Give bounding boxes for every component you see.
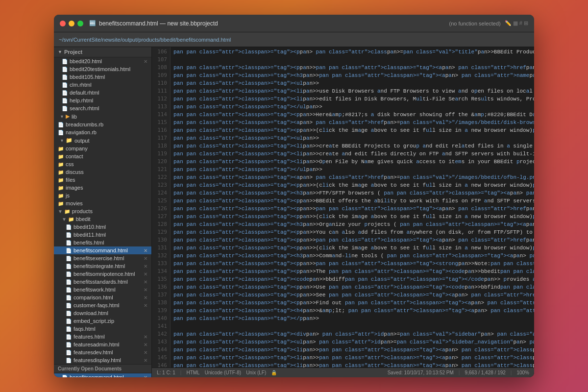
zoom-level[interactable]: 100% — [516, 370, 529, 375]
close-icon[interactable]: ✕ — [144, 342, 147, 347]
sidebar-item-css[interactable]: 📁 css — [54, 160, 151, 168]
statusbar-right: Saved: 10/10/17, 10:13:52 PM | 9,663 / 1… — [388, 370, 529, 375]
sidebar-item-benefitscommand[interactable]: 📄 benefitscommand.html ✕ — [54, 246, 151, 254]
statusbar: L: 1 C: 1 | HTML Unicode (UTF-8) Unix (L… — [152, 368, 534, 377]
code-line: pan pan class="attr">classpan>="tag"><li… — [173, 87, 534, 95]
sidebar-item-discuss[interactable]: 📁 discuss — [54, 168, 151, 176]
item-label: benefitscommand.html — [70, 374, 124, 377]
sidebar-item-featuresdisplay[interactable]: 📄 featuresdisplay.html ✕ — [54, 356, 151, 364]
window-title: benefitscommand.html — new site.bbprojec… — [99, 20, 218, 27]
close-icon[interactable]: ✕ — [144, 279, 147, 285]
close-icon[interactable]: ✕ — [144, 334, 147, 340]
sidebar-item-help[interactable]: 📄 help.rhtml — [54, 97, 151, 104]
item-label: bbedit10.html — [74, 224, 106, 230]
sidebar-item-faqs[interactable]: 📄 faqs.html — [54, 325, 151, 333]
code-line: pan pan class="attr">classpan>="tag"><h3… — [173, 189, 534, 197]
sidebar-item-bbedit20t[interactable]: 📄 bbedit20testimonials.html — [54, 65, 151, 73]
file-icon: 📄 — [66, 224, 72, 230]
folder-icon: 📁 — [58, 177, 64, 183]
close-icon[interactable]: ✕ — [144, 264, 147, 269]
file-icon: 📄 — [66, 287, 72, 293]
sidebar-folder-lib[interactable]: ▼ ▶ lib — [54, 112, 151, 121]
close-icon[interactable]: ✕ — [144, 256, 147, 261]
close-icon[interactable]: ✕ — [144, 303, 147, 308]
sidebar-item-download[interactable]: 📄 download.html — [54, 309, 151, 317]
folder-icon: 📁 — [58, 146, 64, 151]
code-line: pan pan class="attr">classpan>="tag"><pp… — [173, 181, 534, 189]
close-icon[interactable]: ✕ — [144, 248, 147, 253]
sidebar-item-bbedit11[interactable]: 📄 bbedit11.html — [54, 231, 151, 239]
code-line: pan pan class="attr">classpan>="tag"><ap… — [173, 173, 534, 181]
sidebar-item-benefitsstandards[interactable]: 📄 benefitsstandards.html ✕ — [54, 278, 151, 286]
language-indicator[interactable]: HTML — [186, 370, 199, 375]
item-label: benefitsexercise.html — [74, 255, 124, 261]
code-line: pan pan class="attr">classpan>="tag"></u… — [173, 103, 534, 111]
close-icon[interactable]: ✕ — [144, 295, 147, 300]
sidebar-item-images[interactable]: 📁 images — [54, 184, 151, 192]
sidebar-item-customerfaqs[interactable]: 📄 customer-faqs.html ✕ — [54, 301, 151, 309]
sidebar-item-contact[interactable]: 📁 contact — [54, 152, 151, 160]
close-icon[interactable]: ✕ — [144, 59, 147, 64]
file-icon: 📄 — [66, 311, 72, 316]
item-label: navigation.rb — [66, 129, 97, 135]
sidebar-item-benefitswork[interactable]: 📄 benefitswork.html ✕ — [54, 286, 151, 294]
project-section-header[interactable]: ▼ Project — [54, 47, 151, 57]
minimize-button[interactable] — [69, 21, 74, 26]
line-endings-indicator[interactable]: Unix (LF) — [246, 370, 266, 375]
item-label: bbedit — [76, 216, 91, 222]
item-label: featuresdisplay.html — [74, 357, 121, 363]
sidebar-item-products[interactable]: ▼ 📁 products — [54, 207, 151, 215]
item-label: search.rhtml — [70, 105, 99, 111]
function-selector[interactable]: (no function selected) — [449, 21, 501, 26]
sidebar-item-search[interactable]: 📄 search.rhtml — [54, 104, 151, 112]
code-line: pan pan class="attr">classpan>="tag"><li… — [173, 354, 534, 362]
code-line: pan pan class="attr">classpan>="tag"><pp… — [173, 260, 534, 268]
close-icon[interactable]: ✕ — [144, 271, 147, 277]
titlebar-right: (no function selected) ✏️ ▦ # ⊞ — [449, 20, 528, 26]
sidebar-item-navigation[interactable]: 📄 navigation.rb — [54, 128, 151, 136]
item-label: features.html — [74, 334, 105, 340]
file-path: ~/svn/CurrentSite/newsite/output/product… — [59, 37, 529, 43]
item-label: js — [66, 193, 70, 198]
sidebar-item-benefits[interactable]: 📄 benefits.html — [54, 239, 151, 246]
sidebar-folder-output[interactable]: ▼ 📁 output — [54, 136, 151, 145]
sidebar-item-bbedit105[interactable]: 📄 bbedit105.html — [54, 73, 151, 81]
sidebar-item-benefitsintegrate[interactable]: 📄 benefitsintegrate.html ✕ — [54, 262, 151, 270]
item-label: benefitsstandards.html — [74, 279, 128, 285]
sidebar-item-bbedit10[interactable]: 📄 bbedit10.html — [54, 223, 151, 231]
sidebar-open-benefitscommand[interactable]: 📄 benefitscommand.html ✕ — [54, 373, 151, 377]
close-button[interactable] — [60, 21, 66, 26]
sidebar-item-company[interactable]: 📁 company — [54, 145, 151, 152]
close-icon[interactable]: ✕ — [144, 350, 147, 355]
close-icon[interactable]: ✕ — [144, 358, 147, 363]
file-icon: 📄 — [66, 358, 72, 363]
sidebar-item-embedscript[interactable]: 📄 embed_script.zip — [54, 317, 151, 325]
sidebar-item-movies[interactable]: 📁 movies — [54, 199, 151, 207]
close-icon[interactable]: ✕ — [144, 287, 147, 293]
sidebar-item-featuresadmin[interactable]: 📄 featuresadmin.html ✕ — [54, 341, 151, 348]
sidebar-item-features[interactable]: 📄 features.html ✕ — [54, 333, 151, 341]
sidebar-item-clm[interactable]: 📄 clm.rhtml — [54, 81, 151, 89]
item-label: discuss — [66, 169, 84, 175]
sidebar-item-js[interactable]: 📁 js — [54, 192, 151, 199]
file-icon: 📄 — [66, 318, 72, 324]
sidebar-item-default[interactable]: 📄 default.rhtml — [54, 89, 151, 97]
sidebar-item-files[interactable]: 📁 files — [54, 176, 151, 184]
fullscreen-button[interactable] — [77, 21, 83, 26]
folder-icon: ▼ 📁 — [58, 209, 70, 214]
sidebar-item-breadcrumbs[interactable]: 📄 breadcrumbs.rb — [54, 121, 151, 128]
item-label: download.html — [74, 310, 108, 316]
sidebar-item-benefitsexercise[interactable]: 📄 benefitsexercise.html ✕ — [54, 254, 151, 262]
sidebar-item-bbedit-folder[interactable]: ▼ 📁 bbedit — [54, 215, 151, 223]
folder-icon: 📁 — [66, 137, 73, 144]
file-icon: 📄 — [66, 303, 72, 308]
folder-icon: 📁 — [58, 185, 64, 191]
sidebar-item-bbedit20[interactable]: 📄 bbedit20.html ✕ — [54, 57, 151, 65]
sidebar-item-featuresdev[interactable]: 📄 featuresdev.html ✕ — [54, 348, 151, 356]
code-view[interactable]: pan pan class="attr">classpan>="tag"><pp… — [171, 47, 534, 368]
sidebar-item-benefitsomnipotence[interactable]: 📄 benefitsomnipotence.html ✕ — [54, 270, 151, 278]
encoding-indicator[interactable]: Unicode (UTF-8) — [205, 370, 241, 375]
item-label: faqs.html — [74, 326, 96, 332]
sidebar-item-comparison[interactable]: 📄 comparison.html ✕ — [54, 294, 151, 301]
close-icon[interactable]: ✕ — [144, 375, 147, 378]
